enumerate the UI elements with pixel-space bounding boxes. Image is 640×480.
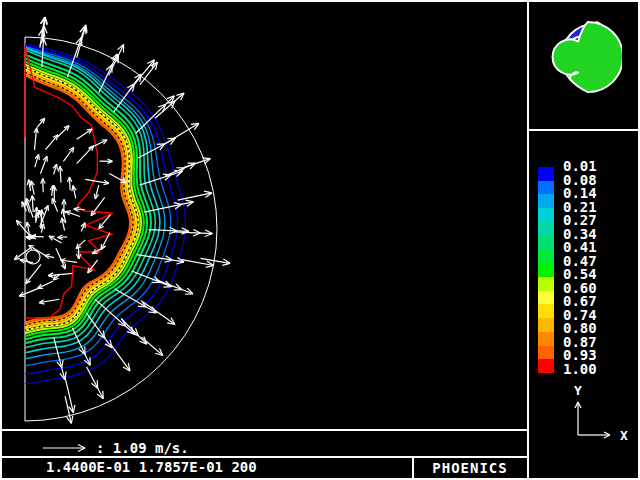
y-axis-label: Y	[574, 383, 582, 398]
legend-color-block	[538, 332, 554, 346]
legend-color-block	[538, 208, 554, 222]
y-axis-arrow-icon	[575, 402, 581, 435]
plot-bottom-divider	[2, 429, 527, 431]
legend-value: 1.00	[563, 363, 627, 377]
legend-color-block	[538, 249, 554, 263]
legend-color-block	[538, 236, 554, 250]
legend-color-block	[538, 359, 554, 373]
phoenics-brand-label: PHOENICS	[432, 460, 507, 476]
legend-color-block	[538, 318, 554, 332]
logo-box-divider	[529, 129, 638, 131]
vector-scale-label: : 1.09 m/s.	[96, 440, 189, 456]
legend-color-block	[538, 263, 554, 277]
right-panel-divider	[527, 2, 529, 478]
phoenics-photon-window: : 1.09 m/s. 1.4400E-01 1.7857E-01 200 PH…	[0, 0, 640, 480]
phoenics-brand-box: PHOENICS	[414, 458, 526, 477]
status-values: 1.4400E-01 1.7857E-01 200	[46, 459, 257, 475]
legend-color-block	[538, 222, 554, 236]
axis-indicator: Y X	[548, 383, 634, 445]
x-axis-arrow-icon	[578, 432, 610, 438]
legend-color-block	[538, 277, 554, 291]
legend-color-block	[538, 346, 554, 360]
legend-values: 0.010.080.140.210.270.340.410.470.540.60…	[563, 160, 627, 376]
legend-color-block	[538, 291, 554, 305]
legend-color-block	[538, 194, 554, 208]
cham-logo	[544, 17, 622, 97]
legend-color-block	[538, 181, 554, 195]
legend-color-block	[538, 167, 554, 181]
legend-color-block	[538, 304, 554, 318]
vector-scale-bar: : 1.09 m/s.	[42, 438, 189, 458]
legend-colorbar	[538, 167, 554, 373]
x-axis-label: X	[620, 428, 628, 443]
vector-scale-arrow-icon	[42, 441, 90, 455]
